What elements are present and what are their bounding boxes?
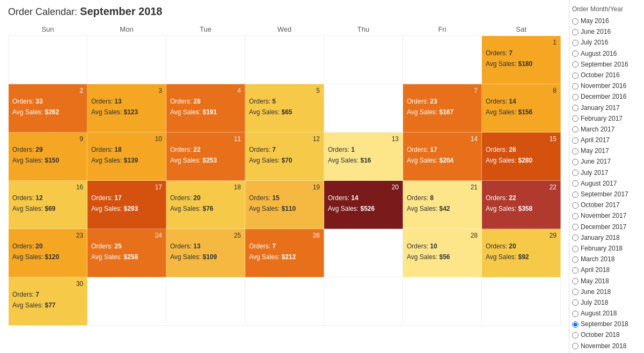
- radio-input-nov2017[interactable]: [572, 213, 579, 219]
- calendar-cell: 28Orders: 10Avg Sales: $56: [403, 229, 482, 277]
- radio-item-jul2017[interactable]: July 2017: [572, 168, 641, 178]
- orders-label: Orders: 7: [249, 241, 320, 252]
- radio-input-mar2017[interactable]: [572, 126, 579, 133]
- day-number: 9: [12, 135, 83, 143]
- radio-input-jul2018[interactable]: [572, 299, 579, 306]
- radio-item-apr2018[interactable]: April 2018: [572, 265, 641, 275]
- radio-input-oct2017[interactable]: [572, 202, 579, 209]
- radio-item-nov2016[interactable]: November 2016: [572, 81, 641, 91]
- calendar-cell: 17Orders: 17Avg Sales: $293: [87, 181, 166, 229]
- radio-input-sep2016[interactable]: [572, 61, 579, 68]
- calendar-cell: [245, 36, 324, 84]
- avg-sales-label: Avg Sales: $42: [407, 203, 478, 214]
- radio-input-dec2017[interactable]: [572, 224, 579, 230]
- calendar-cell: 7Orders: 23Avg Sales: $167: [403, 84, 482, 133]
- radio-item-sep2016[interactable]: September 2016: [572, 60, 641, 70]
- radio-item-jun2018[interactable]: June 2018: [572, 287, 641, 297]
- radio-input-jun2017[interactable]: [572, 159, 579, 165]
- radio-item-feb2017[interactable]: February 2017: [572, 114, 641, 124]
- calendar-cell: 9Orders: 29Avg Sales: $150: [9, 133, 87, 181]
- radio-item-may2018[interactable]: May 2018: [572, 276, 641, 286]
- radio-input-oct2016[interactable]: [572, 72, 579, 79]
- radio-input-sep2018[interactable]: [572, 321, 579, 328]
- radio-input-sep2017[interactable]: [572, 192, 579, 198]
- radio-label-aug2018: August 2018: [581, 308, 617, 319]
- radio-item-may2016[interactable]: May 2016: [572, 16, 641, 26]
- orders-label: Orders: 10: [407, 241, 478, 252]
- radio-item-jan2017[interactable]: January 2017: [572, 103, 641, 113]
- radio-item-apr2017[interactable]: April 2017: [572, 135, 641, 145]
- calendar-cell: 25Orders: 13Avg Sales: $109: [166, 229, 245, 277]
- radio-input-dec2016[interactable]: [572, 94, 579, 100]
- radio-item-jun2017[interactable]: June 2017: [572, 157, 641, 167]
- avg-sales-label: Avg Sales: $110: [249, 203, 320, 214]
- radio-input-jul2017[interactable]: [572, 170, 579, 176]
- radio-item-jun2016[interactable]: June 2016: [572, 27, 641, 37]
- sidebar-title: Order Month/Year: [572, 5, 641, 13]
- radio-item-jul2016[interactable]: July 2016: [572, 38, 641, 48]
- calendar-cell: [403, 36, 482, 84]
- order-calendar: SunMonTueWedThuFriSat 1Orders: 7Avg Sale…: [8, 23, 561, 326]
- radio-item-jan2018[interactable]: January 2018: [572, 233, 641, 243]
- title-prefix: Order Calendar:: [8, 6, 77, 17]
- orders-label: Orders: 17: [407, 144, 478, 155]
- calendar-cell: 11Orders: 22Avg Sales: $253: [166, 133, 245, 181]
- radio-input-feb2017[interactable]: [572, 115, 579, 122]
- radio-item-nov2018[interactable]: November 2018: [572, 341, 641, 351]
- radio-item-oct2018[interactable]: October 2018: [572, 330, 641, 340]
- day-number: 20: [328, 183, 399, 191]
- radio-item-aug2018[interactable]: August 2018: [572, 308, 641, 319]
- avg-sales-label: Avg Sales: $92: [486, 252, 557, 262]
- orders-label: Orders: 29: [12, 144, 83, 155]
- radio-input-aug2016[interactable]: [572, 50, 579, 57]
- orders-label: Orders: 25: [91, 241, 162, 252]
- avg-sales-label: Avg Sales: $56: [407, 252, 478, 262]
- calendar-cell: 10Orders: 18Avg Sales: $139: [87, 133, 166, 181]
- title-bold: September 2018: [80, 5, 162, 17]
- radio-input-may2018[interactable]: [572, 278, 579, 284]
- radio-input-oct2018[interactable]: [572, 332, 579, 339]
- radio-input-nov2018[interactable]: [572, 343, 579, 349]
- avg-sales-label: Avg Sales: $262: [12, 107, 83, 117]
- radio-input-nov2016[interactable]: [572, 83, 579, 90]
- day-header-tue: Tue: [166, 23, 245, 36]
- radio-item-nov2017[interactable]: November 2017: [572, 211, 641, 221]
- calendar-body: 1Orders: 7Avg Sales: $1802Orders: 33Avg …: [9, 36, 561, 326]
- radio-item-sep2018[interactable]: September 2018: [572, 319, 641, 329]
- calendar-row-2: 9Orders: 29Avg Sales: $15010Orders: 18Av…: [9, 133, 561, 181]
- radio-item-mar2018[interactable]: March 2018: [572, 254, 641, 264]
- radio-input-aug2018[interactable]: [572, 311, 579, 317]
- radio-item-jul2018[interactable]: July 2018: [572, 298, 641, 308]
- radio-item-dec2016[interactable]: December 2016: [572, 92, 641, 102]
- day-number: 30: [12, 280, 83, 288]
- radio-item-oct2016[interactable]: October 2016: [572, 70, 641, 80]
- radio-item-aug2016[interactable]: August 2016: [572, 49, 641, 59]
- radio-item-oct2017[interactable]: October 2017: [572, 200, 641, 210]
- radio-input-feb2018[interactable]: [572, 246, 579, 252]
- orders-label: Orders: 26: [486, 144, 557, 155]
- radio-input-jun2018[interactable]: [572, 289, 579, 295]
- orders-label: Orders: 17: [91, 193, 162, 203]
- radio-item-mar2017[interactable]: March 2017: [572, 124, 641, 135]
- radio-input-jun2016[interactable]: [572, 29, 579, 35]
- radio-input-apr2018[interactable]: [572, 267, 579, 274]
- radio-label-jun2017: June 2017: [581, 157, 611, 167]
- radio-item-dec2017[interactable]: December 2017: [572, 222, 641, 232]
- day-number: 23: [12, 232, 83, 239]
- radio-item-feb2018[interactable]: February 2018: [572, 244, 641, 254]
- radio-input-apr2017[interactable]: [572, 137, 579, 144]
- radio-input-jan2017[interactable]: [572, 105, 579, 111]
- radio-input-may2017[interactable]: [572, 148, 579, 155]
- radio-item-sep2017[interactable]: September 2017: [572, 189, 641, 200]
- radio-input-jan2018[interactable]: [572, 234, 579, 241]
- radio-input-mar2018[interactable]: [572, 256, 579, 263]
- radio-item-aug2017[interactable]: August 2017: [572, 179, 641, 189]
- day-number: 25: [170, 232, 241, 239]
- radio-input-may2016[interactable]: [572, 18, 579, 25]
- radio-input-jul2016[interactable]: [572, 40, 579, 46]
- radio-item-may2017[interactable]: May 2017: [572, 146, 641, 156]
- radio-input-aug2017[interactable]: [572, 180, 579, 187]
- radio-label-aug2017: August 2017: [581, 179, 617, 189]
- avg-sales-label: Avg Sales: $77: [12, 300, 83, 311]
- avg-sales-label: Avg Sales: $16: [328, 155, 399, 166]
